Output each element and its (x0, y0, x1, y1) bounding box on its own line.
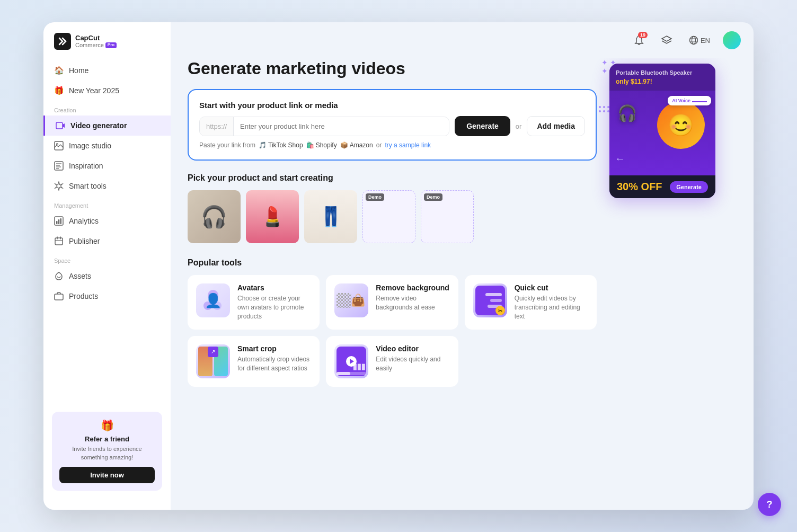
dots-decoration (599, 106, 609, 112)
help-button[interactable]: ? (758, 493, 781, 516)
sidebar-item-smart-tools[interactable]: Smart tools (43, 176, 171, 196)
tool-card-quick-cut[interactable]: ✂ Quick cut Quickly edit videos by trans… (465, 275, 597, 329)
tool-info-remove-background: Remove background Remove video backgroun… (376, 283, 449, 312)
products-section-title: Pick your product and start creating (188, 173, 597, 183)
logo: CapCut Commerce Pro (43, 33, 171, 60)
svg-rect-10 (58, 219, 60, 224)
video-generator-icon (56, 121, 65, 130)
notification-icon[interactable]: 19 (630, 31, 649, 50)
language-selector[interactable]: EN (685, 33, 714, 47)
product-thumb-demo-2[interactable]: Demo (421, 190, 474, 243)
tool-card-smart-crop[interactable]: ↗ Smart crop Automatically crop videos f… (188, 336, 320, 387)
svg-rect-11 (60, 218, 62, 224)
promo-product-bar: Portable Bluetooth Speaker only $11.97! (609, 64, 715, 91)
product-thumb[interactable]: 🎧 (188, 190, 241, 243)
svg-point-2 (57, 144, 58, 145)
tools-grid: 👤 Avatars Choose or create your own avat… (188, 275, 597, 386)
assets-icon (54, 271, 64, 281)
sidebar-item-home[interactable]: 🏠 Home (43, 60, 171, 81)
product-link-card: Start with your product link or media ht… (188, 89, 597, 161)
sidebar-item-analytics[interactable]: Analytics (43, 211, 171, 231)
svg-point-17 (689, 37, 697, 45)
add-media-button[interactable]: Add media (527, 116, 585, 136)
remove-bg-icon: 👜 (334, 283, 368, 317)
analytics-icon (54, 216, 64, 226)
product-link-label: Start with your product link or media (199, 101, 585, 110)
tool-desc-remove-background: Remove video backgrounds at ease (376, 294, 449, 312)
logo-name: CapCut (75, 34, 117, 42)
tools-section-title: Popular tools (188, 258, 597, 268)
svg-rect-16 (55, 294, 63, 300)
tool-name-avatars: Avatars (237, 283, 311, 292)
promo-discount-text: 30% OFF (617, 181, 662, 193)
tool-card-avatars[interactable]: 👤 Avatars Choose or create your own avat… (188, 275, 320, 329)
invite-button[interactable]: Invite now (59, 467, 155, 483)
app-container: CapCut Commerce Pro 🏠 Home 🎁 New Year 20… (43, 22, 754, 510)
svg-point-18 (692, 37, 695, 45)
demo-badge: Demo (424, 193, 442, 201)
gift-icon: 🎁 (54, 86, 64, 95)
promo-product-name: Portable Bluetooth Speaker (616, 69, 709, 77)
input-row: https:// Generate or Add media (199, 116, 585, 136)
image-studio-icon (54, 141, 64, 150)
avatars-icon: 👤 (196, 283, 230, 317)
user-avatar[interactable] (723, 31, 741, 49)
promo-person: 😊 (657, 101, 705, 149)
promo-headphones-icon: 🎧 (617, 104, 637, 122)
ai-voice-chip: AI Voice ▬▬▬▬ (668, 96, 711, 105)
layers-icon[interactable] (657, 31, 676, 50)
sidebar-item-products[interactable]: Products (43, 286, 171, 306)
page-left: Generate marketing videos Start with you… (188, 58, 597, 493)
tool-info-quick-cut: Quick cut Quickly edit videos by transcr… (515, 283, 588, 321)
smart-crop-icon: ↗ (196, 344, 230, 378)
shopify-link[interactable]: 🛍️ Shopify (306, 141, 337, 149)
promo-arrow: ← (615, 153, 625, 165)
tool-info-video-editor: Video editor Edit videos quickly and eas… (376, 344, 449, 373)
sidebar-item-video-generator[interactable]: Video generator (43, 116, 171, 136)
svg-rect-9 (56, 221, 58, 224)
tool-name-quick-cut: Quick cut (515, 283, 588, 292)
stars-decoration: ✦ ✦✦ (601, 58, 616, 75)
try-sample-link[interactable]: try a sample link (385, 141, 431, 149)
tool-desc-video-editor: Edit videos quickly and easily (376, 355, 449, 373)
sidebar-item-publisher[interactable]: Publisher (43, 231, 171, 251)
main-content: 19 EN Generate ma (171, 22, 754, 510)
refer-card: 🎁 Refer a friend Invite friends to exper… (52, 412, 162, 491)
tool-desc-quick-cut: Quickly edit videos by transcribing and … (515, 294, 588, 321)
tiktok-shop-link[interactable]: 🎵 TikTok Shop (259, 141, 303, 149)
video-editor-icon: ▊▊▊ (334, 344, 368, 378)
tool-name-video-editor: Video editor (376, 344, 449, 353)
promo-generate-button[interactable]: Generate (670, 181, 708, 193)
svg-rect-3 (55, 162, 63, 170)
logo-text: CapCut Commerce Pro (75, 34, 117, 48)
tool-name-smart-crop: Smart crop (237, 344, 311, 353)
tool-card-remove-background[interactable]: 👜 Remove background Remove video backgro… (326, 275, 458, 329)
sidebar-item-inspiration[interactable]: Inspiration (43, 156, 171, 176)
amazon-link[interactable]: 📦 Amazon (340, 141, 373, 149)
generate-button[interactable]: Generate (455, 116, 510, 136)
svg-rect-12 (55, 238, 63, 245)
sidebar-item-assets[interactable]: Assets (43, 266, 171, 286)
quick-cut-icon: ✂ (473, 283, 507, 317)
section-label-space: Space (43, 251, 171, 266)
sidebar-item-new-year[interactable]: 🎁 New Year 2025 (43, 81, 171, 101)
product-thumb[interactable]: 👖 (304, 190, 357, 243)
product-url-input[interactable] (234, 117, 449, 136)
url-prefix: https:// (200, 117, 234, 136)
section-label-management: Management (43, 196, 171, 211)
product-thumb-demo-1[interactable]: Demo (362, 190, 415, 243)
demo-badge: Demo (366, 193, 384, 201)
svg-rect-0 (56, 122, 63, 129)
tool-card-video-editor[interactable]: ▊▊▊ Video editor Edit videos quickly and… (326, 336, 458, 387)
product-thumb[interactable]: 💄 (246, 190, 299, 243)
tool-info-smart-crop: Smart crop Automatically crop videos for… (237, 344, 311, 373)
smart-tools-icon (54, 181, 64, 191)
page-title: Generate marketing videos (188, 58, 597, 78)
section-label-creation: Creation (43, 101, 171, 116)
sidebar-item-image-studio[interactable]: Image studio (43, 136, 171, 156)
home-icon: 🏠 (54, 66, 64, 75)
page-body: Generate marketing videos Start with you… (171, 58, 754, 510)
pro-badge: Pro (105, 42, 117, 48)
refer-title: Refer a friend (59, 435, 155, 443)
logo-sub: Commerce Pro (75, 42, 117, 48)
